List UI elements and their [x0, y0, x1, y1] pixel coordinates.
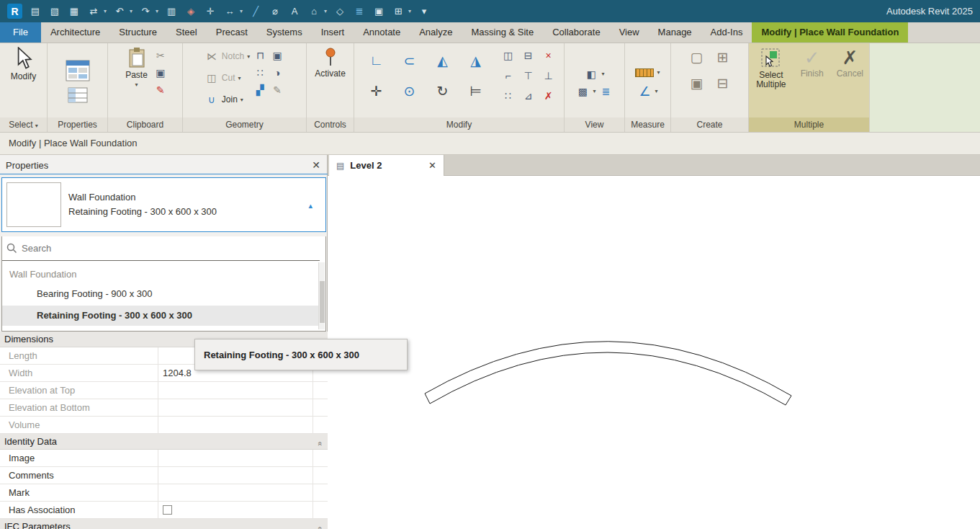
tab-file[interactable]: File — [0, 22, 41, 43]
dropdown-item-bearing-footing[interactable]: Bearing Footing - 900 x 300 — [2, 284, 320, 304]
text-icon[interactable]: A — [288, 6, 301, 17]
property-value-elevation-top[interactable] — [158, 382, 313, 399]
paste-button[interactable]: Paste ▾ — [122, 45, 150, 117]
finish-button[interactable]: ✓ Finish — [798, 46, 827, 117]
cut-profile-icon[interactable]: ▞ — [253, 83, 267, 97]
unpin-element-icon[interactable]: ⊥ — [541, 68, 556, 83]
tab-collaborate[interactable]: Collaborate — [543, 22, 610, 43]
section-icon[interactable]: ◇ — [333, 6, 346, 17]
undo-icon[interactable]: ↶ — [113, 6, 126, 17]
align-icon[interactable]: ∟ — [367, 51, 386, 70]
visibility-icon[interactable]: ◧ — [584, 67, 598, 81]
panel-modify-label[interactable]: Modify — [354, 117, 564, 132]
tab-add-ins[interactable]: Add-Ins — [701, 22, 752, 43]
tab-structure[interactable]: Structure — [109, 22, 166, 43]
panel-geometry-label[interactable]: Geometry — [183, 117, 306, 132]
create-assembly-icon[interactable]: ⊞ — [714, 48, 732, 66]
tab-steel[interactable]: Steel — [166, 22, 207, 43]
panel-view-label[interactable]: View — [565, 117, 624, 132]
mirror-axis-icon[interactable]: ◭ — [433, 51, 452, 70]
load-family-icon[interactable]: ⊟ — [714, 74, 732, 92]
switch-windows-icon[interactable]: ⊞ — [392, 6, 405, 17]
property-value-image[interactable] — [158, 450, 313, 466]
delete-icon[interactable]: ✗ — [541, 89, 556, 103]
panel-multiple-label[interactable]: Multiple — [749, 117, 869, 132]
print-icon[interactable]: ▥ — [165, 6, 178, 17]
offset-icon[interactable]: ⊂ — [400, 51, 419, 70]
wall-foundation-arc[interactable] — [328, 176, 980, 529]
panel-properties-label[interactable]: Properties — [48, 117, 107, 132]
wall-joins-icon[interactable]: ∷ — [253, 66, 267, 80]
scale-icon[interactable]: ⊿ — [521, 89, 536, 103]
cut-geometry-button[interactable]: ◫ Cut ▾ — [204, 68, 250, 87]
pin-element-icon[interactable]: ⊤ — [521, 68, 536, 83]
sync-caret-icon[interactable]: ▾ — [104, 8, 107, 14]
cut-icon[interactable]: ✂ — [153, 48, 168, 63]
open-folder-icon[interactable]: ▧ — [48, 6, 61, 17]
unjoin-icon[interactable]: × — [541, 48, 556, 63]
revit-logo[interactable]: R — [7, 4, 22, 19]
redo-caret-icon[interactable]: ▾ — [156, 8, 158, 14]
drawing-canvas[interactable] — [328, 176, 980, 529]
aligned-dimension-icon[interactable]: ↔ — [223, 6, 236, 17]
measure-icon[interactable]: ✛ — [204, 6, 217, 17]
tab-modify-place-wall-foundation[interactable]: Modify | Place Wall Foundation — [752, 22, 908, 43]
home-caret-icon[interactable]: ▾ — [324, 8, 327, 14]
has-association-checkbox-cell[interactable] — [158, 502, 313, 518]
tab-massing-site[interactable]: Massing & Site — [462, 22, 543, 43]
notch-button[interactable]: ⋉ Notch ▾ — [204, 47, 250, 66]
tab-manage[interactable]: Manage — [649, 22, 701, 43]
panel-measure-label[interactable]: Measure — [625, 117, 670, 132]
undo-caret-icon[interactable]: ▾ — [130, 8, 132, 14]
property-value-volume[interactable] — [158, 417, 313, 433]
split-gap-icon[interactable]: ⊟ — [521, 48, 536, 63]
tab-view[interactable]: View — [610, 22, 649, 43]
modify-button[interactable]: Modify — [8, 45, 39, 117]
tab-insert[interactable]: Insert — [312, 22, 354, 43]
rotate-icon[interactable]: ↻ — [433, 81, 452, 100]
properties-table-button[interactable] — [65, 86, 91, 105]
dimension-button[interactable]: ∠ ▾ — [637, 84, 657, 99]
create-similar-icon[interactable]: ▢ — [688, 48, 706, 66]
copy-to-clipboard-icon[interactable]: ▣ — [153, 66, 168, 80]
properties-close-icon[interactable]: ✕ — [312, 159, 320, 171]
split-icon[interactable]: ◫ — [501, 48, 516, 63]
tag-icon[interactable]: ◈ — [184, 6, 197, 17]
detail-icon[interactable]: ⌀ — [269, 6, 282, 17]
mirror-pick-icon[interactable]: ◮ — [467, 51, 485, 70]
has-association-checkbox[interactable] — [163, 505, 172, 515]
tab-architecture[interactable]: Architecture — [41, 22, 109, 43]
property-value-mark[interactable] — [158, 484, 313, 501]
paint-icon[interactable]: ◑ — [270, 66, 284, 80]
graphics-icon[interactable]: ▩ — [575, 84, 590, 99]
view-tab-level-2[interactable]: ▤ Level 2 ✕ — [329, 155, 444, 176]
tab-systems[interactable]: Systems — [257, 22, 312, 43]
save-icon[interactable]: ▦ — [68, 6, 81, 17]
dropdown-item-retaining-footing[interactable]: Retaining Footing - 300 x 600 x 300 — [2, 306, 320, 326]
type-selector[interactable]: Wall Foundation Retaining Footing - 300 … — [1, 177, 326, 232]
thin-lines-icon[interactable]: ≣ — [353, 6, 366, 17]
panel-create-label[interactable]: Create — [671, 117, 748, 132]
move-icon[interactable]: ✛ — [367, 81, 386, 100]
create-group-icon[interactable]: ▣ — [688, 74, 706, 92]
dropdown-scrollbar[interactable] — [318, 262, 325, 329]
switch-windows-caret-icon[interactable]: ▾ — [408, 8, 411, 14]
measure-button[interactable]: ▾ — [635, 68, 660, 77]
copy-icon[interactable]: ▣ — [372, 6, 385, 17]
collapse-ifc-icon[interactable]: « — [312, 526, 327, 529]
home-view-icon[interactable]: ⌂ — [307, 6, 320, 17]
join-button[interactable]: ∪ Join ▾ — [204, 90, 250, 109]
property-value-comments[interactable] — [158, 467, 313, 484]
array-icon[interactable]: ∷ — [501, 89, 516, 103]
view-tab-close-icon[interactable]: ✕ — [428, 160, 436, 171]
search-input[interactable] — [22, 243, 295, 254]
match-type-icon[interactable]: ✎ — [153, 83, 168, 97]
dimension-caret-icon[interactable]: ▾ — [240, 8, 243, 14]
tab-analyze[interactable]: Analyze — [410, 22, 462, 43]
tab-annotate[interactable]: Annotate — [354, 22, 410, 43]
copy-modify-icon[interactable]: ⊙ — [400, 81, 419, 100]
property-value-elevation-bottom[interactable] — [158, 399, 313, 416]
cope-icon[interactable]: ⊓ — [253, 48, 267, 63]
cancel-button[interactable]: ✗ Cancel — [834, 46, 866, 117]
sync-icon[interactable]: ⇄ — [87, 6, 100, 17]
